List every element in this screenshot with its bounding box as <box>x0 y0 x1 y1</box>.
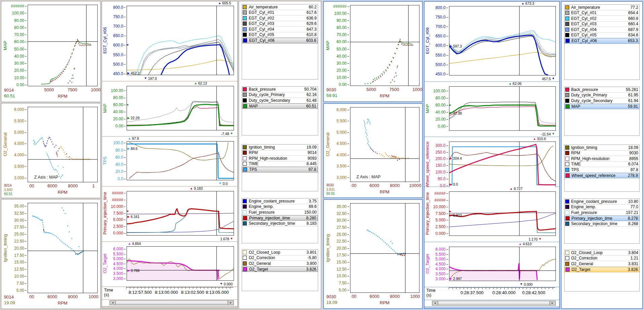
legend-row[interactable]: RPM9014 <box>242 150 318 156</box>
scroll-left-button[interactable]: ◄ <box>432 301 438 305</box>
legend-row[interactable]: Back_pressure55.261 <box>565 87 640 93</box>
legend-row[interactable]: O2_General3.831 <box>565 261 640 267</box>
plot-area[interactable]: ▲605.5▶452.2▼197.0 <box>127 6 234 75</box>
legend-row[interactable]: EGT_Cyl_#02636.9 <box>242 16 318 21</box>
legend-row[interactable]: TPS97.8 <box>242 167 318 173</box>
legend-row[interactable]: Ignition_timing19.09 <box>242 145 318 150</box>
chart-primary-injection-time[interactable]: Primary_injection_time ##########10.0007… <box>425 187 559 242</box>
legend-row[interactable]: O2_Correction1.21 <box>565 256 640 261</box>
legend-row[interactable]: EGT_Cyl_#03660.4 <box>565 22 640 27</box>
legend-row[interactable]: Duty_cycle_Secondary61.48 <box>242 98 318 103</box>
legend-row[interactable]: EGT_Cyl_#03629.6 <box>242 21 318 27</box>
plot-area[interactable] <box>350 203 419 293</box>
legend-row[interactable]: O2_General3.800 <box>242 261 318 267</box>
legend-row[interactable]: EGT_Cyl_#01617.6 <box>242 10 318 16</box>
scatter-map-vs-rpm[interactable]: MAP ######100.0090.0080.0070.0060.0050.0… <box>323 1 423 102</box>
plot-canvas[interactable] <box>127 86 234 130</box>
plot-canvas[interactable] <box>28 203 97 293</box>
legend-row[interactable]: O2_Target3.826 <box>242 267 318 272</box>
legend-row[interactable]: Engine_temp.69.6 <box>242 204 318 210</box>
plot-area[interactable]: ▲9.727▶6.8031.170▼ <box>449 191 556 236</box>
plot-canvas[interactable] <box>449 87 555 130</box>
legend-row[interactable]: O2_Closed_Loop3.804 <box>565 250 640 256</box>
chart-o2-target[interactable]: O2_Target 6.0005.5005.0004.5004.0003.500… <box>102 242 237 286</box>
plot-canvas[interactable] <box>350 5 419 86</box>
plot-area[interactable]: ▲9.183▶6.1611.678▼ <box>127 191 234 236</box>
legend-row[interactable]: RPM9030 <box>565 151 640 156</box>
plot-area[interactable]: ▲310.6▶204.4▶0.0 <box>449 142 556 187</box>
chart-map[interactable]: MAP 100.0080.0060.0040.0020.000.00 ▲62.1… <box>102 82 237 136</box>
scrollbar-thumb[interactable] <box>115 301 228 305</box>
plot-area[interactable]: Z Axis : MAP <box>28 107 98 182</box>
plot-area[interactable] <box>350 5 419 86</box>
plot-canvas[interactable] <box>28 5 97 86</box>
legend-row[interactable]: EGT_Cyl_#05610.8 <box>242 32 318 38</box>
legend-row[interactable]: Engine_coolant_pressure3.75 <box>242 198 318 204</box>
plot-area[interactable]: ▲4.854▶3.789▼0.000 <box>127 246 234 281</box>
plot-canvas[interactable] <box>449 247 555 281</box>
legend-row[interactable]: Air_temperature77.2 <box>565 5 640 10</box>
legend-row[interactable]: MAP60.51 <box>242 103 318 109</box>
plot-canvas[interactable] <box>449 142 555 187</box>
chart-tps[interactable]: TPS 100.080.060.040.020.00.0 ▲97.9▶84.6▼… <box>102 137 237 186</box>
scroll-right-button[interactable]: ► <box>550 301 555 305</box>
plot-area[interactable]: ▲62.06▶37.38-11.54▼ <box>449 86 556 131</box>
legend-row[interactable]: O2_Closed_Loop3.801 <box>242 250 318 255</box>
scrollbar-thumb[interactable] <box>438 301 550 305</box>
chart-map[interactable]: MAP 100.0080.0060.0040.0020.000.00 ▲62.0… <box>425 82 559 136</box>
legend-row[interactable]: EGT_Cyl_#06653.3 <box>565 38 640 44</box>
scroll-right-button[interactable]: ► <box>228 301 234 305</box>
plot-area[interactable]: ▲673.3▶597.3457.5▼ <box>449 6 556 75</box>
plot-area[interactable]: ▲62.13▶22.29-7.48▼ <box>127 86 234 130</box>
plot-area[interactable]: Z Axis : MAP <box>350 107 419 182</box>
legend-row[interactable]: Wheel_speed_reference278.9 <box>565 173 640 179</box>
legend-row[interactable]: EGT_Cyl_#06603.6 <box>242 38 318 43</box>
plot-canvas[interactable] <box>449 6 555 75</box>
legend-row[interactable]: O2_Correction-5.80 <box>242 255 318 261</box>
chart-o2-target[interactable]: O2_Target 6.0005.5005.0004.5004.0003.500… <box>425 242 559 287</box>
legend-row[interactable]: TPS97.8 <box>565 167 640 173</box>
legend-row[interactable]: Secondary_injection_time8.268 <box>565 221 640 227</box>
legend-row[interactable]: Fuel_pressure157.21 <box>565 210 640 216</box>
plot-canvas[interactable] <box>127 247 234 280</box>
legend-row[interactable]: EGT_Cyl_#05634.6 <box>565 33 640 38</box>
plot-canvas[interactable] <box>350 107 419 182</box>
horizontal-scrollbar[interactable]: ◄ ► <box>432 301 556 306</box>
plot-canvas[interactable] <box>127 6 234 75</box>
plot-canvas[interactable] <box>28 107 97 182</box>
legend-row[interactable]: Primary_injection_time8.278 <box>565 216 640 221</box>
scatter-ignition-vs-rpm[interactable]: Ignition_timing 35.0032.5030.0027.5025.0… <box>1 199 101 309</box>
scatter-ignition-vs-rpm[interactable]: Ignition_timing 35.0032.5030.0027.5025.0… <box>323 199 423 309</box>
legend-row[interactable]: Back_pressure50.704 <box>242 87 318 92</box>
plot-canvas[interactable] <box>127 191 234 235</box>
chart-primary-injection-time[interactable]: Primary_injection_time ##########10.0007… <box>102 187 237 241</box>
chart-egt-cyl-06[interactable]: EGT_Cyl_#06 800.0750.0700.0650.0600.0550… <box>425 2 559 81</box>
chart-egt-cyl-06[interactable]: EGT_Cyl_#06 800.0750.0700.0650.0600.0550… <box>102 1 237 81</box>
plot-canvas[interactable] <box>127 142 234 180</box>
legend-row[interactable]: Duty_cycle_Primary62.16 <box>242 92 318 98</box>
legend-row[interactable]: EGT_Cyl_#02660.8 <box>565 16 640 22</box>
legend-row[interactable]: RPM_High-resolution8955 <box>565 156 640 162</box>
plot-canvas[interactable] <box>449 192 555 236</box>
plot-area[interactable]: ▲97.9▶84.6▼0.0 <box>127 141 234 180</box>
legend-row[interactable]: Air_temperature60.2 <box>242 4 318 10</box>
plot-area[interactable] <box>28 203 98 293</box>
plot-area[interactable]: ▲4.610▶2.997▼0.000 <box>449 247 556 281</box>
legend-row[interactable]: Duty_cycle_Secondary61.94 <box>565 98 640 104</box>
legend-row[interactable]: EGT_Cyl_#04647.3 <box>242 27 318 32</box>
legend-row[interactable]: TIME8.445 <box>242 161 318 167</box>
legend-row[interactable]: Duty_cycle_Primary61.95 <box>565 93 640 98</box>
scatter-o2-vs-rpm[interactable]: O2_General 6.0005.5005.0004.5004.0003.50… <box>323 103 423 198</box>
legend-row[interactable]: Engine_temp.77.0 <box>565 205 640 210</box>
horizontal-scrollbar[interactable]: ◄ ► <box>109 300 234 305</box>
plot-area[interactable] <box>28 5 98 86</box>
legend-row[interactable]: EGT_Cyl_#04687.9 <box>565 27 640 33</box>
scroll-left-button[interactable]: ◄ <box>110 301 115 305</box>
legend-row[interactable]: EGT_Cyl_#01654.4 <box>565 10 640 16</box>
plot-canvas[interactable] <box>350 204 419 292</box>
legend-row[interactable]: Engine_coolant_pressure10.80 <box>565 199 640 205</box>
legend-row[interactable]: MAP59.91 <box>565 104 640 110</box>
legend-row[interactable]: O2_Target3.826 <box>565 267 640 273</box>
legend-row[interactable]: TIME6.074 <box>565 162 640 167</box>
chart-wheel-speed-reference[interactable]: Wheel_speed_reference 300.0250.0200.0150… <box>425 137 559 186</box>
